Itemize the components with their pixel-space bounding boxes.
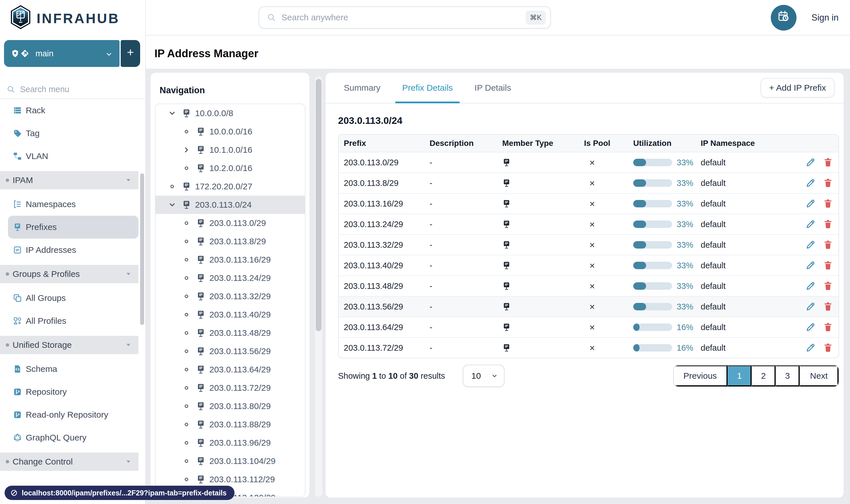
- sidebar-scrollbar-thumb[interactable]: [140, 173, 144, 325]
- delete-button[interactable]: [823, 281, 833, 291]
- table-row[interactable]: 203.0.113.8/29-IP✕33%default: [339, 173, 838, 193]
- member-type-cell: IP: [497, 323, 579, 332]
- tree-item[interactable]: IP203.0.113.32/29: [156, 287, 305, 305]
- tab-prefix-details[interactable]: Prefix Details: [395, 72, 459, 103]
- chevron-right-icon[interactable]: [182, 146, 191, 154]
- sidebar-section-change-control[interactable]: Change Control: [0, 452, 139, 471]
- sidebar-item-all-groups[interactable]: All Groups: [8, 287, 139, 309]
- edit-button[interactable]: [806, 199, 815, 209]
- edit-button[interactable]: [806, 343, 815, 353]
- delete-button[interactable]: [823, 219, 833, 229]
- delete-button[interactable]: [823, 343, 833, 353]
- edit-button[interactable]: [806, 281, 815, 291]
- tree-item[interactable]: IP203.0.113.0/24: [156, 196, 305, 214]
- table-row[interactable]: 203.0.113.16/29-IP✕33%default: [339, 193, 838, 214]
- tree-item[interactable]: IP203.0.113.0/29: [156, 214, 305, 232]
- edit-button[interactable]: [806, 240, 815, 250]
- table-row[interactable]: 203.0.113.48/29-IP✕33%default: [339, 275, 838, 296]
- sidebar-section-ipam[interactable]: IPAM: [0, 171, 139, 190]
- tree-item-label: 203.0.113.24/29: [209, 273, 271, 283]
- sidebar-item-repository[interactable]: Repository: [8, 380, 139, 403]
- tree-item[interactable]: IP10.0.0.0/16: [156, 122, 305, 141]
- table-row[interactable]: 203.0.113.56/29-IP✕33%default: [339, 296, 838, 317]
- navigation-scrollbar-thumb[interactable]: [316, 79, 322, 331]
- delete-button[interactable]: [823, 158, 833, 167]
- sidebar-item-prefixes[interactable]: IPPrefixes: [8, 216, 139, 238]
- tab-summary[interactable]: Summary: [337, 72, 387, 103]
- page-button-next[interactable]: Next: [800, 365, 838, 386]
- tree-item[interactable]: IP203.0.113.64/29: [156, 360, 305, 379]
- delete-button[interactable]: [823, 322, 833, 332]
- table-row[interactable]: 203.0.113.64/29-IP✕16%default: [339, 317, 838, 337]
- prefix-cell: 203.0.113.48/29: [339, 282, 424, 291]
- global-search-input[interactable]: [282, 13, 526, 22]
- chevron-down-icon[interactable]: [168, 201, 176, 209]
- tree-item-label: 10.0.0.0/8: [195, 108, 233, 118]
- tree-item[interactable]: IP203.0.113.56/29: [156, 342, 305, 360]
- edit-button[interactable]: [806, 158, 815, 167]
- sidebar-search-input[interactable]: [20, 85, 139, 94]
- sidebar-item-rack[interactable]: Rack: [8, 99, 139, 122]
- sidebar-item-label: Repository: [26, 387, 67, 397]
- delete-button[interactable]: [823, 302, 833, 311]
- sidebar-item-ip-addresses[interactable]: IPIP Addresses: [8, 238, 139, 262]
- sidebar-item-namespaces[interactable]: Namespaces: [8, 193, 139, 216]
- edit-button[interactable]: [806, 178, 815, 188]
- delete-button[interactable]: [823, 240, 833, 250]
- tree-item[interactable]: IP203.0.113.16/29: [156, 251, 305, 269]
- tab-ip-details[interactable]: IP Details: [468, 72, 518, 103]
- tree-item[interactable]: IP203.0.113.72/29: [156, 379, 305, 397]
- tree-item[interactable]: IP10.1.0.0/16: [156, 141, 305, 159]
- ip-prefix-icon: IP: [196, 365, 205, 374]
- tree-item[interactable]: IP203.0.113.40/29: [156, 305, 305, 324]
- tree-item-label: 203.0.113.40/29: [209, 310, 271, 320]
- edit-button[interactable]: [806, 219, 815, 229]
- tree-item[interactable]: IP203.0.113.24/29: [156, 269, 305, 287]
- ip-prefix-icon: IP: [196, 273, 205, 283]
- add-ip-prefix-button[interactable]: + Add IP Prefix: [760, 78, 835, 97]
- app-logo[interactable]: INFRAHUB: [9, 4, 120, 32]
- edit-button[interactable]: [806, 302, 815, 311]
- sidebar-section-groups-profiles[interactable]: Groups & Profiles: [0, 265, 139, 283]
- tree-item[interactable]: IP10.2.0.0/16: [156, 159, 305, 177]
- branch-dropdown[interactable]: main: [4, 40, 120, 67]
- sidebar-item-schema[interactable]: Schema: [8, 358, 139, 380]
- tree-item[interactable]: IP10.0.0.0/8: [156, 104, 305, 122]
- delete-button[interactable]: [823, 178, 833, 188]
- sidebar-item-vlan[interactable]: VLAN: [8, 145, 139, 168]
- add-branch-button[interactable]: [121, 40, 140, 67]
- sign-in-link[interactable]: Sign in: [811, 13, 838, 23]
- tree-item[interactable]: IP203.0.113.80/29: [156, 397, 305, 415]
- table-row[interactable]: 203.0.113.0/29-IP✕33%default: [339, 152, 838, 173]
- edit-button[interactable]: [806, 260, 815, 270]
- sidebar-item-graphql-query[interactable]: GraphQL Query: [8, 426, 139, 449]
- table-row[interactable]: 203.0.113.32/29-IP✕33%default: [339, 234, 838, 255]
- table-row[interactable]: 203.0.113.24/29-IP✕33%default: [339, 214, 838, 234]
- member-type-cell: IP: [497, 220, 579, 229]
- tree-item[interactable]: IP203.0.113.48/29: [156, 324, 305, 342]
- page-button-1[interactable]: 1: [728, 365, 752, 386]
- table-row[interactable]: 203.0.113.72/29-IP✕16%default: [339, 337, 838, 358]
- tree-item[interactable]: IP172.20.20.0/27: [156, 177, 305, 196]
- schedule-button[interactable]: [771, 5, 797, 31]
- page-button-previous[interactable]: Previous: [674, 365, 728, 386]
- tree-item[interactable]: IP203.0.113.8/29: [156, 232, 305, 251]
- tree-item[interactable]: IP203.0.113.104/29: [156, 452, 305, 470]
- delete-button[interactable]: [823, 199, 833, 209]
- page-size-select[interactable]: 10: [463, 365, 505, 387]
- sidebar-section-unified-storage[interactable]: Unified Storage: [0, 336, 139, 354]
- page-button-3[interactable]: 3: [776, 365, 800, 386]
- tree-item[interactable]: IP203.0.113.88/29: [156, 415, 305, 434]
- chevron-down-icon[interactable]: [168, 109, 176, 117]
- edit-button[interactable]: [806, 322, 815, 332]
- description-cell: -: [424, 282, 497, 291]
- sidebar-item-all-profiles[interactable]: All Profiles: [8, 309, 139, 332]
- tree-item[interactable]: IP203.0.113.96/29: [156, 434, 305, 452]
- table-row[interactable]: 203.0.113.40/29-IP✕33%default: [339, 255, 838, 275]
- delete-button[interactable]: [823, 260, 833, 270]
- tree-item-label: 10.0.0.0/16: [209, 127, 252, 137]
- page-button-2[interactable]: 2: [752, 365, 776, 386]
- sidebar-item-read-only-repository[interactable]: Read-only Repository: [8, 403, 139, 426]
- navigation-scrollbar[interactable]: [314, 76, 323, 497]
- sidebar-item-tag[interactable]: Tag: [8, 122, 139, 145]
